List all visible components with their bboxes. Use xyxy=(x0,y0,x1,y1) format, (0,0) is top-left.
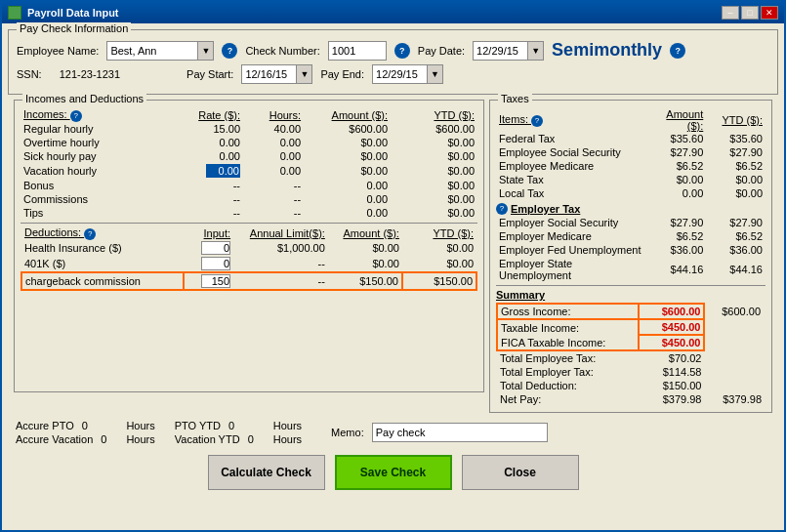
table-row: Bonus -- -- 0.00 $0.00 xyxy=(21,179,477,192)
table-row: Employer Medicare $6.52 $6.52 xyxy=(496,229,765,243)
deduction-ytd: $0.00 xyxy=(402,256,476,272)
pay-start-combo[interactable]: 12/16/15 ▼ xyxy=(241,64,312,84)
employer-tax-label: Employer Fed Unemployment xyxy=(496,243,647,257)
table-row: Local Tax 0.00 $0.00 xyxy=(496,186,765,200)
income-rate xyxy=(179,163,243,179)
items-info-icon[interactable]: ? xyxy=(531,115,543,127)
income-hours: -- xyxy=(243,206,304,220)
income-label: Sick hourly pay xyxy=(21,149,179,163)
chargeback-label: chargeback commission xyxy=(21,272,184,290)
tax-label: Employee Social Security xyxy=(496,145,647,159)
pto-ytd-value: 0 xyxy=(228,420,234,431)
pay-end-input[interactable]: 12/29/15 xyxy=(373,67,427,81)
deduction-amount: $0.00 xyxy=(328,256,402,272)
income-hours: 0.00 xyxy=(243,149,304,163)
close-button-main[interactable]: Close xyxy=(462,455,579,490)
deductions-info-icon[interactable]: ? xyxy=(84,228,96,240)
tax-amount: $0.00 xyxy=(647,173,707,186)
employer-tax-info-icon[interactable]: ? xyxy=(496,203,508,215)
income-hours: -- xyxy=(243,192,304,206)
table-row: Employee Medicare $6.52 $6.52 xyxy=(496,159,765,173)
table-row: Commissions -- -- 0.00 $0.00 xyxy=(21,192,477,206)
deduction-amount: $0.00 xyxy=(328,240,402,256)
frequency-info-button[interactable]: ? xyxy=(670,43,685,59)
accrue-pto-item: Accure PTO 0 Accure Vacation 0 xyxy=(16,420,106,445)
income-amount: 0.00 xyxy=(304,206,391,220)
employer-tax-ytd: $6.52 xyxy=(706,229,765,243)
incomes-info-icon[interactable]: ? xyxy=(70,110,82,122)
close-button[interactable]: ✕ xyxy=(761,6,778,20)
save-button[interactable]: Save Check xyxy=(335,455,452,490)
total-amount: $150.00 xyxy=(639,379,704,392)
vacation-ytd-unit: Hours xyxy=(273,433,302,445)
table-row: Gross Income: $600.00 $600.00 xyxy=(497,304,765,319)
input-header: Input: xyxy=(184,226,233,240)
pay-end-combo[interactable]: 12/29/15 ▼ xyxy=(372,64,443,84)
tax-label: State Tax xyxy=(496,173,647,186)
table-row: Regular hourly 15.00 40.00 $600.00 $600.… xyxy=(21,122,477,136)
pay-date-combo[interactable]: 12/29/15 ▼ xyxy=(473,41,544,61)
table-row: Taxable Income: $450.00 xyxy=(497,319,765,335)
total-ytd xyxy=(704,379,765,392)
tax-label: Federal Tax xyxy=(496,132,647,145)
chargeback-ytd: $150.00 xyxy=(402,272,476,290)
total-label: Total Employer Tax: xyxy=(497,365,639,379)
table-row: 401K ($) -- $0.00 $0.00 xyxy=(21,256,476,272)
main-panels: Incomes and Deductions Incomes: ? Rate (… xyxy=(8,100,778,413)
employee-info-button[interactable]: ? xyxy=(222,43,237,59)
paycheck-group-label: Pay Check Information xyxy=(17,22,131,34)
table-row: Total Employee Tax: $70.02 xyxy=(497,350,765,365)
tax-label: Local Tax xyxy=(496,186,647,200)
income-ytd: $0.00 xyxy=(391,192,477,206)
income-amount: $0.00 xyxy=(304,149,391,163)
ssn-label: SSN: xyxy=(17,68,42,80)
chargeback-annual: -- xyxy=(233,272,328,290)
check-number-input[interactable]: 1001 xyxy=(328,41,387,61)
total-amount: $114.58 xyxy=(639,365,704,379)
pay-start-input[interactable]: 12/16/15 xyxy=(242,67,296,81)
table-row: Health Insurance ($) $1,000.00 $0.00 $0.… xyxy=(21,240,476,256)
pto-ytd-label: PTO YTD xyxy=(175,420,221,431)
check-number-info-button[interactable]: ? xyxy=(394,43,410,59)
memo-input[interactable]: Pay check xyxy=(372,423,548,442)
pay-start-label: Pay Start: xyxy=(186,68,233,80)
chargeback-input[interactable] xyxy=(201,274,230,288)
ytd-units: Hours Hours xyxy=(273,420,302,445)
income-amount: $0.00 xyxy=(304,163,391,179)
deduction-label: Health Insurance ($) xyxy=(21,240,184,256)
maximize-button[interactable]: □ xyxy=(741,6,759,20)
income-ytd: $0.00 xyxy=(391,206,477,220)
income-label: Bonus xyxy=(21,179,179,192)
pay-end-arrow[interactable]: ▼ xyxy=(427,65,442,83)
pay-date-input[interactable]: 12/29/15 xyxy=(474,44,527,58)
summary-amount: $450.00 xyxy=(639,319,704,335)
summary-label: Taxable Income: xyxy=(497,319,639,335)
401k-input[interactable] xyxy=(201,257,230,270)
minimize-button[interactable]: – xyxy=(722,6,739,20)
health-input[interactable] xyxy=(201,241,230,255)
employer-tax-header: Employer Tax xyxy=(511,203,580,215)
employee-dropdown-arrow[interactable]: ▼ xyxy=(197,42,213,60)
items-header: Items: ? xyxy=(499,113,543,125)
vacation-rate-input[interactable] xyxy=(206,164,240,178)
tax-amount: $6.52 xyxy=(647,159,707,173)
tax-ytd-header: YTD ($): xyxy=(706,108,765,132)
table-row: Federal Tax $35.60 $35.60 xyxy=(496,132,765,145)
income-rate: -- xyxy=(179,192,243,206)
income-ytd: $0.00 xyxy=(391,136,477,149)
deduction-label: 401K ($) xyxy=(21,256,184,272)
income-amount: $0.00 xyxy=(304,136,391,149)
pay-start-arrow[interactable]: ▼ xyxy=(296,65,311,83)
pto-ytd-unit: Hours xyxy=(273,420,302,431)
pay-date-arrow[interactable]: ▼ xyxy=(527,42,543,60)
summary-label: Gross Income: xyxy=(497,304,639,319)
calculate-button[interactable]: Calculate Check xyxy=(208,455,325,490)
tax-ytd: $0.00 xyxy=(706,186,765,200)
table-row: Sick hourly pay 0.00 0.00 $0.00 $0.00 xyxy=(21,149,477,163)
tax-ytd: $6.52 xyxy=(706,159,765,173)
total-label: Total Deduction: xyxy=(497,379,639,392)
taxes-table: Items: ? Amount ($): YTD ($): Federal Ta… xyxy=(496,108,765,200)
tax-amount: $27.90 xyxy=(647,145,707,159)
table-row: FICA Taxable Income: $450.00 xyxy=(497,335,765,350)
vacation-ytd-label: Vacation YTD xyxy=(175,433,240,445)
